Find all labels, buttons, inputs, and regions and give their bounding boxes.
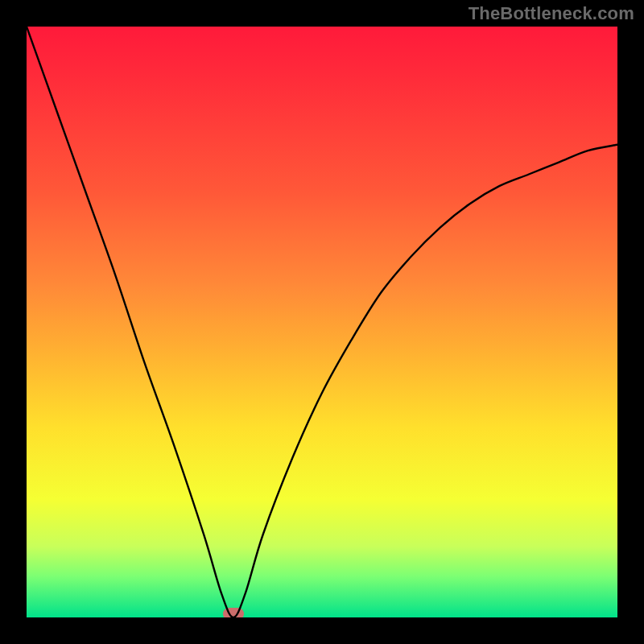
watermark-text: TheBottleneck.com [469,3,634,24]
chart-frame: TheBottleneck.com [0,0,644,644]
bottleneck-curve [27,27,617,617]
plot-area [27,27,617,617]
bottleneck-curve-svg [27,27,617,617]
